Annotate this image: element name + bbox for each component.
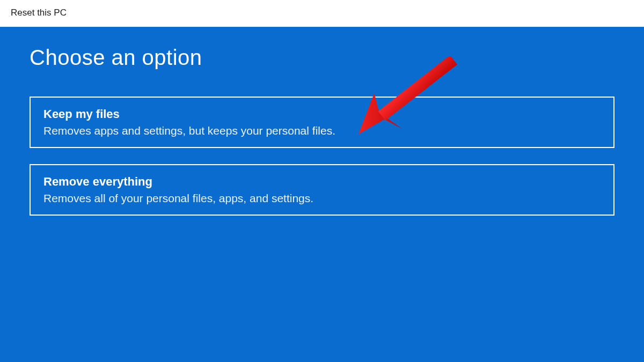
main-panel: Choose an option Keep my files Removes a… <box>0 27 644 362</box>
keep-my-files-option[interactable]: Keep my files Removes apps and settings,… <box>30 97 614 148</box>
page-heading: Choose an option <box>30 46 614 70</box>
option-title: Keep my files <box>43 107 601 121</box>
option-description: Removes apps and settings, but keeps you… <box>43 124 601 137</box>
option-title: Remove everything <box>43 175 601 189</box>
option-description: Removes all of your personal files, apps… <box>43 192 601 205</box>
remove-everything-option[interactable]: Remove everything Removes all of your pe… <box>30 164 614 216</box>
window-titlebar: Reset this PC <box>0 0 644 27</box>
window-title: Reset this PC <box>11 8 67 18</box>
